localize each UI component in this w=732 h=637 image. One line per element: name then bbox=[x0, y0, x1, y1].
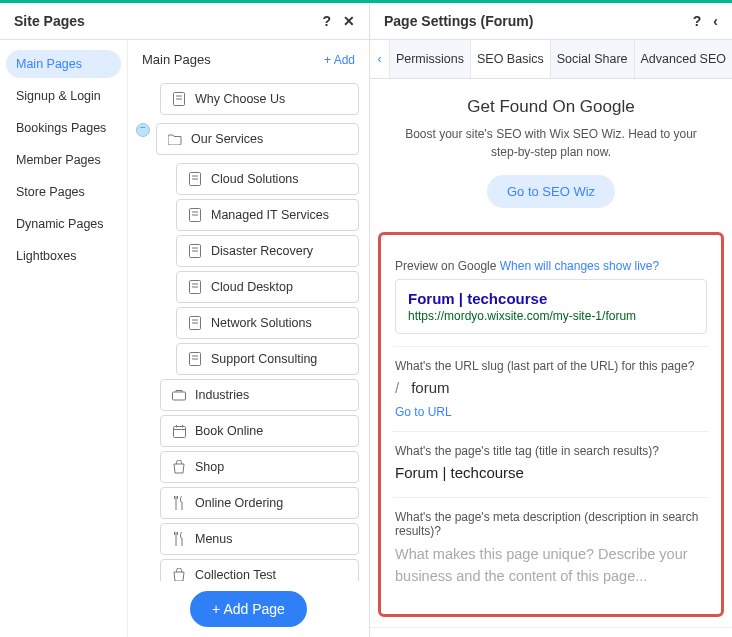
svg-rect-22 bbox=[173, 426, 185, 437]
tab-permissions[interactable]: Permissions bbox=[389, 40, 470, 78]
calendar-icon bbox=[171, 425, 187, 438]
go-url-link[interactable]: Go to URL bbox=[395, 405, 452, 419]
cat-dynamic[interactable]: Dynamic Pages bbox=[6, 210, 121, 238]
google-preview-url: https://mordyo.wixsite.com/my-site-1/for… bbox=[408, 309, 694, 323]
cutlery-icon bbox=[171, 496, 187, 510]
page-row[interactable]: Collection Test bbox=[160, 559, 359, 581]
meta-input[interactable]: What makes this page unique? Describe yo… bbox=[395, 544, 707, 588]
page-label: Collection Test bbox=[195, 568, 276, 581]
category-sidebar: Main Pages Signup & Login Bookings Pages… bbox=[0, 40, 128, 637]
page-label: Managed IT Services bbox=[211, 208, 329, 222]
tree-title: Main Pages bbox=[142, 52, 211, 67]
title-label: What's the page's title tag (title in se… bbox=[395, 444, 707, 458]
close-icon[interactable]: ✕ bbox=[343, 13, 355, 29]
svg-rect-21 bbox=[173, 392, 186, 400]
cat-bookings[interactable]: Bookings Pages bbox=[6, 114, 121, 142]
page-row[interactable]: Cloud Desktop bbox=[176, 271, 359, 303]
page-label: Why Choose Us bbox=[195, 92, 285, 106]
page-icon bbox=[187, 352, 203, 366]
preview-help-link[interactable]: When will changes show live? bbox=[500, 259, 659, 273]
google-preview-title: Forum | techcourse bbox=[408, 290, 694, 307]
page-tree: Why Choose Us Our Services Cloud Solutio… bbox=[128, 79, 369, 581]
page-row[interactable]: Network Solutions bbox=[176, 307, 359, 339]
page-label: Shop bbox=[195, 460, 224, 474]
seo-wiz-button[interactable]: Go to SEO Wiz bbox=[487, 175, 615, 208]
bag-icon bbox=[171, 568, 187, 581]
page-row[interactable]: Book Online bbox=[160, 415, 359, 447]
help-icon[interactable]: ? bbox=[322, 13, 331, 29]
page-label: Menus bbox=[195, 532, 233, 546]
hero-title: Get Found On Google bbox=[394, 97, 708, 117]
seo-highlight-box: Preview on Google When will changes show… bbox=[378, 232, 724, 617]
cat-store[interactable]: Store Pages bbox=[6, 178, 121, 206]
folder-label: Our Services bbox=[191, 132, 263, 146]
folder-icon bbox=[167, 133, 183, 145]
back-icon[interactable]: ‹ bbox=[713, 13, 718, 29]
page-settings-title: Page Settings (Forum) bbox=[384, 13, 533, 29]
page-label: Industries bbox=[195, 388, 249, 402]
google-preview: Forum | techcourse https://mordyo.wixsit… bbox=[395, 279, 707, 334]
page-row[interactable]: Shop bbox=[160, 451, 359, 483]
page-label: Disaster Recovery bbox=[211, 244, 313, 258]
slug-slash: / bbox=[395, 379, 399, 396]
cat-signup-login[interactable]: Signup & Login bbox=[6, 82, 121, 110]
folder-row[interactable]: Our Services bbox=[156, 123, 359, 155]
page-icon bbox=[187, 280, 203, 294]
page-row[interactable]: Online Ordering bbox=[160, 487, 359, 519]
tab-social-share[interactable]: Social Share bbox=[550, 40, 634, 78]
tab-advanced-seo[interactable]: Advanced SEO bbox=[634, 40, 732, 78]
site-pages-title: Site Pages bbox=[14, 13, 85, 29]
cutlery-icon bbox=[171, 532, 187, 546]
page-row[interactable]: Cloud Solutions bbox=[176, 163, 359, 195]
briefcase-icon bbox=[171, 389, 187, 401]
page-row[interactable]: Disaster Recovery bbox=[176, 235, 359, 267]
collapse-icon[interactable] bbox=[136, 123, 150, 137]
page-icon bbox=[171, 92, 187, 106]
tab-back-icon[interactable]: ‹ bbox=[370, 40, 389, 78]
page-icon bbox=[187, 172, 203, 186]
page-row[interactable]: Why Choose Us bbox=[160, 83, 359, 115]
page-label: Cloud Desktop bbox=[211, 280, 293, 294]
cat-main-pages[interactable]: Main Pages bbox=[6, 50, 121, 78]
title-input[interactable]: Forum | techcourse bbox=[395, 464, 707, 481]
page-label: Support Consulting bbox=[211, 352, 317, 366]
page-label: Network Solutions bbox=[211, 316, 312, 330]
page-row[interactable]: Menus bbox=[160, 523, 359, 555]
preview-label: Preview on Google bbox=[395, 259, 496, 273]
cat-member[interactable]: Member Pages bbox=[6, 146, 121, 174]
page-icon bbox=[187, 316, 203, 330]
page-label: Book Online bbox=[195, 424, 263, 438]
page-row[interactable]: Managed IT Services bbox=[176, 199, 359, 231]
page-icon bbox=[187, 244, 203, 258]
help-icon[interactable]: ? bbox=[693, 13, 702, 29]
slug-input[interactable]: forum bbox=[411, 379, 449, 396]
meta-label: What's the page's meta description (desc… bbox=[395, 510, 707, 538]
bag-icon bbox=[171, 460, 187, 474]
add-link[interactable]: + Add bbox=[324, 53, 355, 67]
page-label: Cloud Solutions bbox=[211, 172, 299, 186]
slug-label: What's the URL slug (last part of the UR… bbox=[395, 359, 707, 373]
page-row[interactable]: Support Consulting bbox=[176, 343, 359, 375]
add-page-button[interactable]: + Add Page bbox=[190, 591, 307, 627]
hero-desc: Boost your site's SEO with Wix SEO Wiz. … bbox=[394, 125, 708, 161]
cat-lightboxes[interactable]: Lightboxes bbox=[6, 242, 121, 270]
page-row[interactable]: Industries bbox=[160, 379, 359, 411]
page-label: Online Ordering bbox=[195, 496, 283, 510]
page-icon bbox=[187, 208, 203, 222]
tab-seo-basics[interactable]: SEO Basics bbox=[470, 40, 550, 78]
